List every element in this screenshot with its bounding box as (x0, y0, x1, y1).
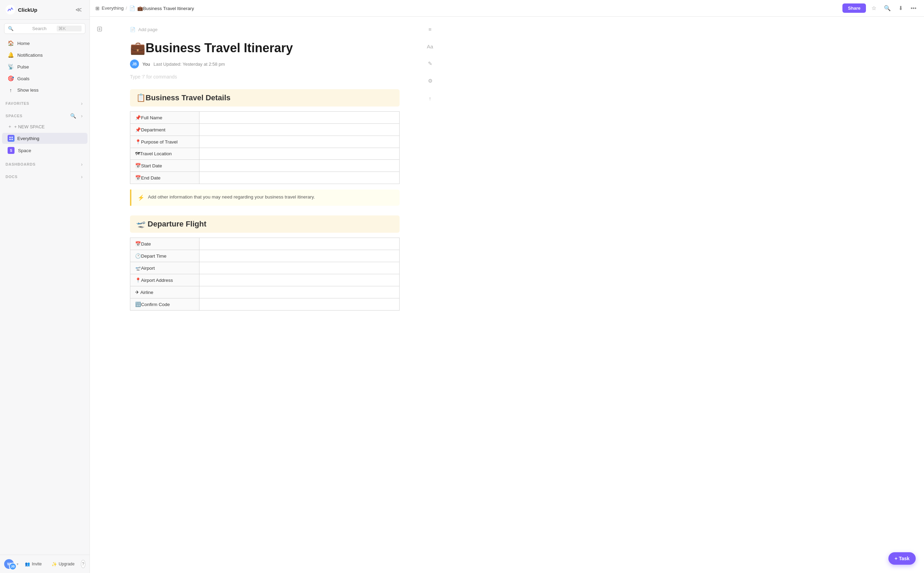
callout-block: ⚡ Add other information that you may nee… (130, 189, 400, 206)
table-row: 📍Purpose of Travel (130, 136, 400, 148)
chevron-up-icon: ↑ (8, 87, 14, 93)
plus-icon: ＋ (8, 124, 12, 130)
table-row: 📌Full Name (130, 112, 400, 124)
sidebar-item-everything[interactable]: Everything (2, 133, 88, 144)
sidebar-bottom: W JB ▾ 👥 Invite ✨ Upgrade ? (0, 555, 89, 573)
typography-icon[interactable]: Aa (424, 41, 436, 52)
task-fab-button[interactable]: + Task (888, 552, 916, 565)
svg-point-4 (11, 139, 13, 140)
table-cell-value[interactable] (199, 238, 400, 250)
goals-icon: 🎯 (8, 75, 14, 81)
svg-point-1 (9, 136, 11, 138)
table-cell-value[interactable] (199, 172, 400, 184)
table-cell-value[interactable] (199, 136, 400, 148)
breadcrumb-separator: / (126, 6, 127, 11)
share-doc-icon[interactable]: ↑ (424, 93, 436, 104)
search-icon: 🔍 (8, 26, 30, 31)
topbar: ⊞ Everything / 📄 💼Business Travel Itiner… (90, 0, 924, 17)
breadcrumb-doc-label: 💼Business Travel Itinerary (137, 6, 194, 11)
invite-button[interactable]: 👥 Invite (22, 560, 45, 568)
sidebar-item-goals[interactable]: 🎯 Goals (2, 73, 88, 84)
sidebar: ClickUp ≪ 🔍 Search ⌘K 🏠 Home 🔔 Notificat… (0, 0, 90, 573)
new-space-label: + NEW SPACE (14, 124, 45, 129)
table-cell-value[interactable] (199, 286, 400, 298)
table-cell-value[interactable] (199, 124, 400, 136)
more-options-button[interactable]: ••• (908, 4, 918, 13)
sidebar-item-label: Home (17, 41, 30, 46)
upgrade-label: Upgrade (59, 562, 75, 567)
doc-author-avatar: JB (130, 59, 139, 69)
app-name-label: ClickUp (18, 7, 38, 13)
doc-command-placeholder[interactable]: Type '/' for commands (130, 74, 400, 80)
sidebar-item-pulse[interactable]: 📡 Pulse (2, 61, 88, 72)
sidebar-item-notifications[interactable]: 🔔 Notifications (2, 49, 88, 61)
doc-left-sidebar (90, 17, 109, 573)
download-button[interactable]: ⬇ (896, 3, 905, 13)
spaces-search-button[interactable]: 🔍 (69, 113, 77, 119)
table-row: 📌Department (130, 124, 400, 136)
table-row: 📍Airport Address (130, 274, 400, 286)
sidebar-item-show-less[interactable]: ↑ Show less (2, 85, 88, 96)
section-header-business-travel: 📋Business Travel Details (130, 89, 400, 106)
doc-title: 💼Business Travel Itinerary (130, 41, 400, 55)
new-space-button[interactable]: ＋ + NEW SPACE (2, 121, 88, 132)
breadcrumb-home-label[interactable]: Everything (102, 6, 124, 11)
table-cell-label: 🛫Airport (130, 262, 199, 274)
table-cell-label: 📍Airport Address (130, 274, 199, 286)
table-cell-value[interactable] (199, 274, 400, 286)
user-avatar: JB (9, 563, 17, 570)
table-cell-value[interactable] (199, 160, 400, 172)
dashboards-expand-button[interactable]: › (80, 161, 84, 168)
add-page-icon-left[interactable] (94, 23, 105, 34)
favorites-expand-button[interactable]: › (80, 100, 84, 107)
doc-last-updated: Last Updated: Yesterday at 2:58 pm (153, 61, 225, 67)
table-cell-value[interactable] (199, 148, 400, 160)
search-placeholder: Search (32, 26, 53, 31)
settings-icon[interactable]: ⚙ (424, 75, 436, 86)
search-button[interactable]: 🔍 (882, 3, 893, 13)
table-row: 📅Start Date (130, 160, 400, 172)
workspace-avatar: W JB (4, 559, 14, 569)
table-row: 🗺Travel Location (130, 148, 400, 160)
sparkle-icon: ✨ (52, 562, 57, 567)
invite-label: Invite (32, 562, 42, 567)
help-button[interactable]: ? (81, 560, 85, 568)
table-cell-value[interactable] (199, 250, 400, 262)
spaces-expand-button[interactable]: › (80, 113, 84, 119)
question-mark-icon: ? (82, 562, 84, 567)
upgrade-button[interactable]: ✨ Upgrade (48, 560, 78, 568)
topbar-actions: Share ☆ 🔍 ⬇ ••• (843, 3, 918, 13)
docs-expand-button[interactable]: › (80, 173, 84, 180)
invite-icon: 👥 (25, 562, 30, 567)
sidebar-collapse-button[interactable]: ≪ (73, 5, 84, 14)
table-cell-label: ✈ Airline (130, 286, 199, 298)
table-cell-value[interactable] (199, 262, 400, 274)
edit-icon[interactable]: ✎ (424, 58, 436, 69)
table-cell-value[interactable] (199, 298, 400, 310)
table-row: 🕐Depart Time (130, 250, 400, 262)
main-content: ⊞ Everything / 📄 💼Business Travel Itiner… (90, 0, 924, 573)
space-label: Space (18, 148, 31, 153)
table-cell-label: 📅Start Date (130, 160, 199, 172)
table-cell-label: 📅End Date (130, 172, 199, 184)
add-page-row[interactable]: 📄 Add page (130, 27, 400, 32)
sidebar-item-home[interactable]: 🏠 Home (2, 38, 88, 49)
search-shortcut: ⌘K (57, 26, 81, 31)
add-page-icon: 📄 (130, 27, 136, 32)
share-button[interactable]: Share (843, 3, 866, 13)
sidebar-item-label: Show less (17, 88, 39, 93)
breadcrumb: ⊞ Everything / 📄 💼Business Travel Itiner… (95, 6, 194, 11)
app-logo: ClickUp (6, 5, 38, 14)
doc-meta: JB You Last Updated: Yesterday at 2:58 p… (130, 59, 400, 69)
table-cell-value[interactable] (199, 112, 400, 124)
outline-icon[interactable]: ≡ (424, 23, 436, 34)
departure-flight-table: 📅Date 🕐Depart Time 🛫Airport 📍Airport Add… (130, 238, 400, 310)
sidebar-item-space[interactable]: S Space (2, 144, 88, 156)
bookmark-button[interactable]: ☆ (869, 3, 879, 13)
callout-text: Add other information that you may need … (148, 194, 315, 200)
doc-content: 📄 Add page 💼Business Travel Itinerary JB… (109, 17, 421, 573)
space-icon: S (8, 147, 14, 154)
everything-label: Everything (17, 136, 39, 141)
search-bar[interactable]: 🔍 Search ⌘K (4, 23, 85, 34)
user-avatar-stack: W JB (4, 559, 14, 569)
